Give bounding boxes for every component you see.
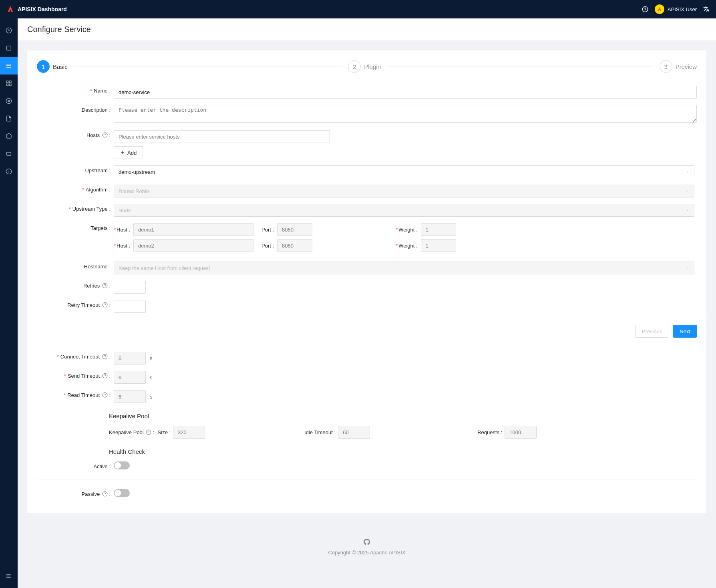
page-title: Configure Service [27, 25, 706, 34]
svg-rect-9 [9, 84, 11, 86]
step-plugin-number: 2 [348, 60, 361, 73]
sidebar [0, 18, 18, 565]
upstream-label: Upstream : [37, 165, 114, 173]
sidebar-item-routes[interactable] [0, 39, 18, 57]
read-timeout-label: *Read Timeout : [37, 390, 114, 398]
hosts-input[interactable] [114, 130, 330, 143]
targets-label: Targets : [37, 223, 114, 231]
sidebar-item-services[interactable] [0, 57, 18, 75]
page-header: Configure Service [18, 18, 716, 41]
name-label: *Name : [37, 86, 114, 94]
sidebar-item-info[interactable] [0, 163, 18, 180]
step-preview-label: Preview [676, 63, 697, 70]
svg-rect-12 [7, 152, 11, 155]
retry-timeout-input[interactable] [114, 300, 146, 313]
app-header: APISIX Dashboard APISIX User [0, 0, 716, 18]
target-port-input [277, 239, 312, 252]
step-basic[interactable]: 1 Basic [37, 60, 348, 73]
active-label: Active : [37, 461, 114, 469]
step-preview[interactable]: 3 Preview [660, 60, 697, 73]
algorithm-select: Round Robin [114, 185, 694, 197]
hosts-help-icon[interactable] [102, 132, 108, 138]
sidebar-item-proto[interactable] [0, 145, 18, 163]
passive-help-icon[interactable] [102, 491, 108, 497]
language-icon[interactable] [703, 6, 710, 12]
keepalive-pool-label: Keepalive Pool : [109, 429, 155, 435]
keepalive-requests-input [505, 426, 537, 439]
target-weight-label: *Weight : [396, 243, 418, 249]
sidebar-item-dashboard[interactable] [0, 22, 18, 39]
keepalive-pool-help-icon[interactable] [146, 429, 151, 435]
chevron-down-icon [686, 208, 690, 212]
connect-timeout-label: *Connect Timeout : [37, 352, 114, 360]
user-avatar-icon [655, 4, 664, 14]
plus-icon [120, 150, 125, 155]
target-port-input [277, 223, 312, 236]
sidebar-item-plugin[interactable] [0, 127, 18, 145]
hosts-label: Hosts : [37, 130, 114, 138]
github-icon[interactable] [364, 539, 370, 546]
retry-timeout-label: Retry Timeout : [37, 300, 114, 308]
connect-timeout-input [114, 352, 146, 364]
svg-rect-6 [6, 81, 8, 83]
target-row: *Host : Port : *Weight : [114, 239, 697, 252]
user-name-label: APISIX User [668, 6, 697, 12]
name-input[interactable] [114, 86, 697, 99]
description-input[interactable] [114, 105, 697, 123]
keepalive-requests-label: Requests : [477, 429, 502, 435]
step-basic-label: Basic [53, 63, 68, 70]
keepalive-size-input [173, 426, 205, 439]
sidebar-item-ssl[interactable] [0, 110, 18, 127]
step-preview-number: 3 [660, 60, 672, 73]
connect-timeout-help-icon[interactable] [102, 354, 108, 359]
target-port-label: Port : [261, 243, 274, 249]
target-host-label: *Host : [114, 243, 130, 249]
passive-label: Passive : [37, 489, 114, 497]
chevron-down-icon [686, 189, 690, 193]
keepalive-size-label: Size : [158, 429, 171, 435]
step-basic-number: 1 [37, 60, 50, 73]
read-timeout-input [114, 390, 146, 403]
keepalive-idle-input [338, 426, 370, 439]
retries-label: Retries : [37, 281, 114, 289]
svg-rect-8 [6, 84, 8, 86]
step-plugin-label: Plugin [364, 63, 381, 70]
read-timeout-unit: s [150, 394, 153, 400]
send-timeout-unit: s [150, 375, 153, 381]
active-switch[interactable] [114, 461, 130, 469]
hostname-label: Hostname : [37, 262, 114, 270]
svg-rect-2 [7, 46, 11, 50]
help-icon[interactable] [642, 6, 648, 12]
sidebar-item-consumers[interactable] [0, 92, 18, 110]
upstream-type-label: *Upstream Type : [37, 204, 114, 212]
connect-timeout-unit: s [150, 355, 153, 361]
upstream-type-select: Node [114, 204, 694, 217]
read-timeout-help-icon[interactable] [102, 392, 108, 398]
send-timeout-input [114, 371, 146, 384]
upstream-select[interactable]: demo-upstream [114, 165, 694, 178]
svg-point-10 [8, 100, 10, 102]
send-timeout-help-icon[interactable] [102, 373, 108, 379]
footer: Copyright © 2025 Apache APISIX [18, 523, 716, 565]
target-host-label: *Host : [114, 227, 130, 233]
add-host-button[interactable]: Add [114, 146, 143, 159]
retries-input[interactable] [114, 281, 146, 294]
app-title: APISIX Dashboard [18, 6, 67, 12]
description-label: Description : [37, 105, 114, 113]
chevron-down-icon [686, 170, 690, 174]
user-menu[interactable]: APISIX User [655, 4, 697, 14]
next-button[interactable]: Next [673, 325, 697, 338]
target-host-input [133, 239, 253, 252]
target-weight-label: *Weight : [396, 227, 418, 233]
action-bar: Previous Next [27, 320, 706, 342]
target-weight-input [421, 239, 456, 252]
keepalive-section-title: Keepalive Pool [109, 413, 697, 419]
sidebar-item-upstream[interactable] [0, 75, 18, 92]
main-content: Configure Service 1 Basic 2 Plugin 3 Pre… [18, 18, 716, 565]
passive-switch[interactable] [114, 489, 130, 497]
retry-timeout-help-icon[interactable] [102, 302, 108, 308]
step-plugin[interactable]: 2 Plugin [348, 60, 659, 73]
app-logo[interactable]: APISIX Dashboard [6, 5, 67, 13]
apisix-logo-icon [6, 5, 14, 13]
retries-help-icon[interactable] [102, 283, 108, 288]
